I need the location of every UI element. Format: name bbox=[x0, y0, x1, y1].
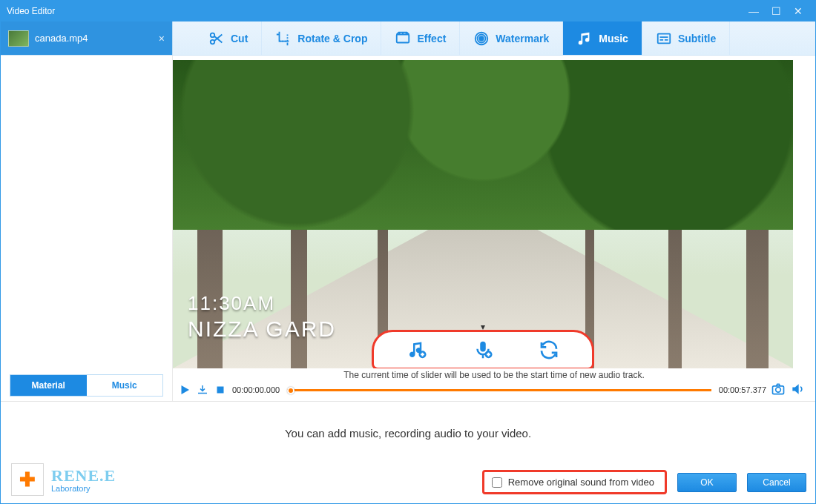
slider-thumb[interactable] bbox=[287, 387, 295, 394]
file-name: canada.mp4 bbox=[35, 33, 88, 44]
toolbar: canada.mp4 × Cut Rotate & Crop Effect Wa… bbox=[1, 21, 815, 56]
file-thumbnail bbox=[8, 30, 29, 47]
lower-controls: Remove original sound from video OK Canc… bbox=[482, 470, 806, 494]
preview-stage[interactable]: 11:30AM NIZZA GARD ▾ bbox=[173, 60, 793, 368]
svg-point-4 bbox=[480, 36, 484, 41]
music-note-icon bbox=[576, 30, 593, 47]
sidebar-body bbox=[1, 56, 172, 371]
svg-rect-10 bbox=[217, 387, 224, 394]
minimize-button[interactable]: — bbox=[743, 4, 765, 18]
play-button[interactable] bbox=[177, 382, 192, 397]
music-action-bar: ▾ bbox=[372, 330, 594, 368]
tab-subtitle[interactable]: Subtitle bbox=[642, 21, 730, 55]
playback-row: 00:00:00.000 00:00:57.377 bbox=[173, 380, 815, 401]
subtitle-icon bbox=[656, 30, 672, 47]
lower-panel: You can add music, recording audio to yo… bbox=[1, 401, 815, 503]
ok-button[interactable]: OK bbox=[677, 473, 737, 492]
sidebar-tab-music[interactable]: Music bbox=[87, 375, 163, 396]
window-title: Video Editor bbox=[7, 6, 743, 16]
slider-hint: The current time of slider will be used … bbox=[173, 368, 815, 380]
tool-tabs: Cut Rotate & Crop Effect Watermark Music… bbox=[173, 21, 815, 55]
lower-message: You can add music, recording audio to yo… bbox=[1, 427, 815, 440]
file-close-icon[interactable]: × bbox=[159, 33, 165, 44]
tab-watermark[interactable]: Watermark bbox=[460, 21, 563, 55]
stop-button[interactable] bbox=[213, 382, 228, 397]
chevron-down-icon[interactable]: ▾ bbox=[481, 322, 485, 332]
record-audio-button[interactable] bbox=[470, 337, 496, 362]
tab-music[interactable]: Music bbox=[563, 21, 642, 55]
effect-icon bbox=[395, 30, 411, 47]
main-area: Material Music 11:30AM NIZZA GARD ▾ bbox=[1, 56, 815, 401]
svg-point-12 bbox=[776, 388, 781, 393]
cancel-button[interactable]: Cancel bbox=[747, 473, 806, 492]
tab-effect[interactable]: Effect bbox=[381, 21, 460, 55]
close-button[interactable]: ✕ bbox=[787, 4, 809, 18]
volume-button[interactable] bbox=[790, 382, 805, 398]
remove-original-sound-checkbox[interactable]: Remove original sound from video bbox=[482, 470, 667, 494]
maximize-button[interactable]: ☐ bbox=[765, 4, 787, 18]
svg-rect-6 bbox=[658, 33, 671, 43]
timeline-slider[interactable] bbox=[287, 387, 711, 393]
video-frame: 11:30AM NIZZA GARD ▾ bbox=[173, 60, 793, 368]
file-tab[interactable]: canada.mp4 × bbox=[1, 21, 173, 55]
replace-audio-button[interactable] bbox=[536, 337, 562, 362]
remove-sound-input[interactable] bbox=[492, 477, 502, 488]
watermark-icon bbox=[473, 30, 490, 47]
time-end: 00:00:57.377 bbox=[719, 385, 766, 394]
scissors-icon bbox=[208, 30, 225, 47]
brand-logo: ✚ RENE.E Laboratory bbox=[11, 463, 116, 496]
preview-panel: 11:30AM NIZZA GARD ▾ The current time of… bbox=[173, 56, 815, 401]
video-overlay-text: 11:30AM NIZZA GARD bbox=[188, 292, 336, 342]
snapshot-button[interactable] bbox=[771, 382, 786, 398]
time-start: 00:00:00.000 bbox=[232, 385, 280, 394]
sidebar: Material Music bbox=[1, 56, 173, 401]
logo-name: RENE.E bbox=[51, 466, 116, 485]
logo-icon: ✚ bbox=[11, 463, 44, 496]
export-frame-button[interactable] bbox=[195, 382, 210, 397]
svg-rect-8 bbox=[480, 342, 486, 352]
sidebar-tabs: Material Music bbox=[10, 374, 163, 397]
sidebar-tab-material[interactable]: Material bbox=[10, 375, 87, 396]
tab-cut[interactable]: Cut bbox=[195, 21, 262, 55]
tab-rotate-crop[interactable]: Rotate & Crop bbox=[262, 21, 381, 55]
crop-rotate-icon bbox=[275, 30, 292, 47]
titlebar: Video Editor — ☐ ✕ bbox=[1, 1, 815, 21]
add-music-button[interactable] bbox=[404, 337, 430, 362]
svg-rect-2 bbox=[397, 34, 409, 42]
